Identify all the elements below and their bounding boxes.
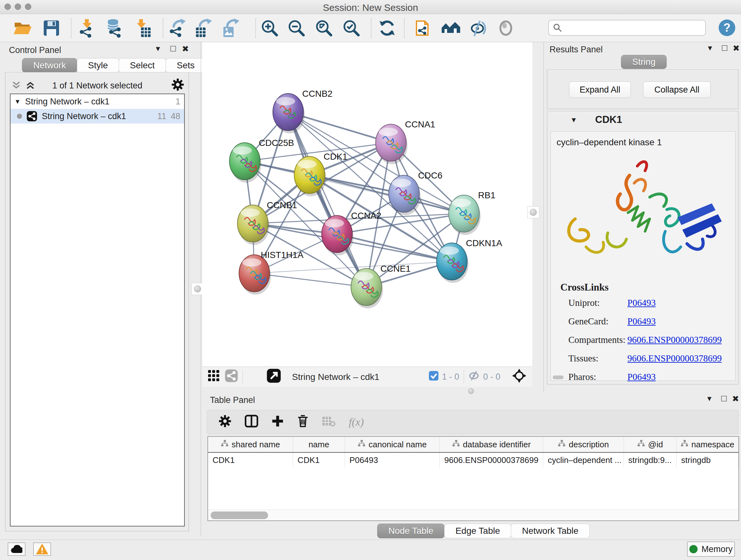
network-row[interactable]: String Network – cdk1 11 48 <box>10 109 184 124</box>
network-node-CDKN1A[interactable] <box>436 243 468 283</box>
add-column-button[interactable] <box>272 415 284 429</box>
zoom-selected-button[interactable] <box>341 18 362 38</box>
hidden-toggle[interactable] <box>468 370 481 383</box>
table-cell[interactable]: cyclin–dependent ... <box>543 453 623 468</box>
show-columns-button[interactable] <box>245 415 258 430</box>
network-node-CDC6[interactable] <box>389 175 421 215</box>
network-node-CCNE1[interactable] <box>351 268 383 308</box>
string-import-button[interactable] <box>414 18 434 38</box>
horizontal-scrollbar[interactable] <box>208 509 738 520</box>
tab-node-table[interactable]: Node Table <box>377 523 445 538</box>
open-session-button[interactable] <box>12 18 33 38</box>
network-options-gear-icon[interactable] <box>172 78 184 93</box>
control-panel-menu-icon[interactable]: ▼ <box>154 45 161 53</box>
column-header-database-identifier[interactable]: database identifier <box>440 437 543 452</box>
refresh-button[interactable] <box>377 18 398 38</box>
tab-string[interactable]: String <box>621 55 667 69</box>
delete-table-button[interactable] <box>322 415 335 429</box>
right-splitter-handle[interactable] <box>527 206 539 219</box>
memory-button[interactable]: Memory <box>687 542 735 557</box>
export-image-button[interactable] <box>221 18 242 38</box>
network-node-CCNA2[interactable] <box>322 215 354 255</box>
network-node-CCNA1[interactable] <box>376 124 408 164</box>
string-view-button[interactable] <box>225 369 238 385</box>
import-network-file-button[interactable] <box>77 18 98 38</box>
crosslink-link[interactable]: 9606.ENSP00000378699 <box>627 334 722 345</box>
warnings-button[interactable] <box>33 543 51 556</box>
results-panel-float-icon[interactable]: □ <box>722 43 727 53</box>
crosslink-link[interactable]: P06493 <box>627 372 656 382</box>
network-graph[interactable]: CCNB2CCNA1CDC25BCDK1CDC6RB1CCNB1CCNA2CDK… <box>202 42 532 367</box>
table-panel-float-icon[interactable]: □ <box>721 393 727 403</box>
table-settings-button[interactable] <box>219 415 231 430</box>
expand-all-button[interactable]: Expand All <box>569 81 631 98</box>
network-node-CCNB2[interactable] <box>273 94 305 133</box>
export-table-button[interactable] <box>193 18 214 38</box>
table-cell[interactable]: P06493 <box>345 453 440 468</box>
birds-eye-grid-button[interactable] <box>207 369 220 384</box>
tab-select[interactable]: Select <box>119 58 166 73</box>
edge-HIST1H1A-CCNE1[interactable] <box>254 273 366 287</box>
automation-status-button[interactable] <box>8 543 25 556</box>
selected-checkbox[interactable] <box>428 371 439 383</box>
detach-view-button[interactable] <box>266 368 281 385</box>
function-builder-button[interactable]: f(x) <box>349 416 364 428</box>
column-header-name[interactable]: name <box>293 437 345 452</box>
search-input[interactable] <box>548 20 706 36</box>
column-header-canonical-name[interactable]: canonical name <box>345 437 440 452</box>
table-cell[interactable]: CDK1 <box>208 453 293 468</box>
zoom-out-button[interactable] <box>286 18 307 38</box>
search-icon <box>553 23 562 33</box>
share-icon <box>225 369 238 382</box>
import-network-database-button[interactable] <box>104 18 125 38</box>
zoom-in-button[interactable] <box>259 18 280 38</box>
control-panel-float-icon[interactable]: □ <box>171 44 176 54</box>
scrollbar-thumb[interactable] <box>211 511 268 519</box>
edge-CCNB2-CCNE1[interactable] <box>288 112 366 287</box>
tab-network[interactable]: Network <box>22 58 77 73</box>
tab-network-table[interactable]: Network Table <box>511 523 590 538</box>
save-session-button[interactable] <box>41 18 62 38</box>
crosslink-row: Tissues:9606.ENSP00000378699 <box>568 353 731 364</box>
table-row[interactable]: CDK1CDK1P064939606.ENSP00000378699cyclin… <box>208 453 738 468</box>
network-node-CCNB1[interactable] <box>238 205 269 245</box>
table-panel-menu-icon[interactable]: ▼ <box>706 395 713 403</box>
import-table-file-button[interactable] <box>132 18 153 38</box>
help-button[interactable]: ? <box>719 19 735 36</box>
column-header-namespace[interactable]: namespace <box>677 437 738 452</box>
tree-expanded-icon[interactable]: ▼ <box>14 98 21 105</box>
table-cell[interactable]: 9606.ENSP00000378699 <box>440 453 543 468</box>
table-cell[interactable]: stringdb:9... <box>624 453 677 468</box>
hide-unhide-button[interactable] <box>468 18 489 38</box>
collapse-all-button[interactable]: Collapse All <box>643 81 711 98</box>
network-node-CDK1[interactable] <box>294 157 326 196</box>
control-panel-close-icon[interactable]: ✖ <box>182 44 189 54</box>
delete-column-button[interactable] <box>297 415 309 430</box>
results-panel-close-icon[interactable]: ✖ <box>733 44 740 53</box>
mini-scrollbar[interactable] <box>553 375 563 379</box>
homes-button[interactable] <box>441 18 461 38</box>
crosslink-link[interactable]: 9606.ENSP00000378699 <box>627 353 722 364</box>
tab-sets[interactable]: Sets <box>165 58 206 73</box>
crosslink-link[interactable]: P06493 <box>627 316 656 327</box>
column-header-shared-name[interactable]: shared name <box>208 437 293 452</box>
fit-selected-button[interactable] <box>512 368 527 385</box>
table-cell[interactable]: stringdb <box>677 453 738 468</box>
export-network-button[interactable] <box>167 18 188 38</box>
gray-eye-button[interactable] <box>495 18 516 38</box>
tab-edge-table[interactable]: Edge Table <box>444 523 511 538</box>
table-panel-title: Table Panel <box>210 395 255 405</box>
column-header-@id[interactable]: @id <box>624 437 677 452</box>
zoom-fit-button[interactable] <box>313 18 334 38</box>
table-panel-close-icon[interactable]: ✖ <box>732 394 739 404</box>
network-collection-row[interactable]: ▼ String Network – cdk1 1 <box>10 94 184 109</box>
column-header-description[interactable]: description <box>543 437 623 452</box>
network-node-RB1[interactable] <box>449 195 481 235</box>
network-node-HIST1H1A[interactable] <box>239 255 271 295</box>
table-cell[interactable]: CDK1 <box>293 453 345 468</box>
tab-style[interactable]: Style <box>77 58 119 73</box>
results-panel-menu-icon[interactable]: ▼ <box>706 44 714 52</box>
crosslink-link[interactable]: P06493 <box>627 298 656 308</box>
left-splitter-handle[interactable] <box>192 283 204 295</box>
node-card-collapse-icon[interactable]: ▼ <box>570 116 577 124</box>
